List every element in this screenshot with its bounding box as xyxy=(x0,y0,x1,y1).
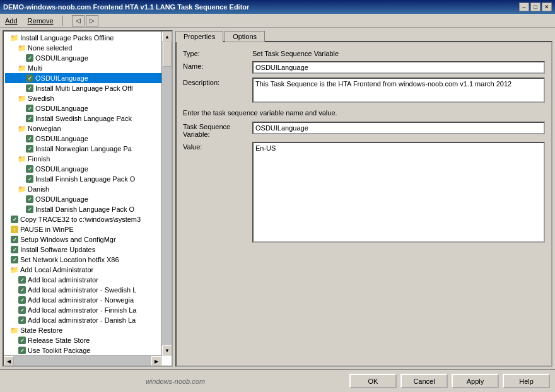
title-bar: DEMO-windows-noob.com Frontend HTA v1.1 … xyxy=(0,0,555,14)
type-label: Type: xyxy=(183,49,252,57)
tree-item-label: OSDUILanguage xyxy=(35,105,88,112)
hscroll-right-btn[interactable]: ▶ xyxy=(151,356,161,366)
tree-item-multi-lang[interactable]: ✓Install Multi Language Pack Offl xyxy=(5,83,170,93)
tree-item-swedish-osdui[interactable]: ✓OSDUILanguage xyxy=(5,103,170,113)
tree-item-swedish[interactable]: 📁Swedish xyxy=(5,93,170,103)
tree-item-copy-trace[interactable]: ✓Copy TRACE32 to c:\windows\system3 xyxy=(5,214,170,224)
folder-icon: 📁 xyxy=(18,124,26,133)
tree-item-finnish[interactable]: 📁Finnish xyxy=(5,154,170,164)
tree-item-finnish-osdui[interactable]: ✓OSDUILanguage xyxy=(5,164,170,174)
tab-properties[interactable]: Properties xyxy=(175,31,223,42)
tree-item-label: Add local administrator - Swedish L xyxy=(28,286,136,294)
check-icon: ✓ xyxy=(18,276,26,284)
hscroll-track[interactable] xyxy=(14,356,151,366)
bottom-bar: windows-noob.com OK Cancel Apply Help xyxy=(0,369,555,392)
tree-item-danish[interactable]: 📁Danish xyxy=(5,184,170,194)
tree-item-norwegian-lang[interactable]: ✓Install Norwegian Language Pa xyxy=(5,144,170,154)
tree-item-none[interactable]: 📁None selected xyxy=(5,43,170,53)
minimize-button[interactable]: – xyxy=(519,3,529,11)
tree-item-add-local-5[interactable]: ✓Add local administrator - Danish La xyxy=(5,315,170,325)
tree-item-label: Add local administrator - Norwegia xyxy=(28,296,134,304)
tree-item-add-local-2[interactable]: ✓Add local administrator - Swedish L xyxy=(5,285,170,295)
scroll-down-btn[interactable]: ▼ xyxy=(162,345,172,355)
tree-item-label: Install Finnish Language Pack O xyxy=(35,175,135,183)
value-label: Value: xyxy=(183,142,252,151)
task-seq-var-label: Task Sequence Variable: xyxy=(183,122,252,138)
tree-item-label: OSDUILanguage xyxy=(35,135,88,142)
tab-options[interactable]: Options xyxy=(225,31,265,42)
tree-item-danish-osdui[interactable]: ✓OSDUILanguage xyxy=(5,194,170,204)
tab-bar: Properties Options xyxy=(175,30,552,42)
toolbar-icon-1[interactable]: ◁ xyxy=(72,15,85,26)
tree-item-label: Install Swedish Language Pack xyxy=(35,115,132,122)
tree-item-add-local-admin[interactable]: 📁Add Local Administrator xyxy=(5,265,170,275)
check-icon: ✓ xyxy=(11,216,18,223)
value-textarea[interactable]: En-US xyxy=(252,142,545,243)
check-icon: ✓ xyxy=(26,195,33,203)
name-row: Name: xyxy=(183,61,545,74)
tree-item-norwegian-osdui[interactable]: ✓OSDUILanguage xyxy=(5,134,170,144)
maximize-button[interactable]: □ xyxy=(530,3,540,11)
tree-item-label: Setup Windows and ConfigMgr xyxy=(20,236,116,243)
toolbar-icon-2[interactable]: ▷ xyxy=(86,15,98,26)
horizontal-scrollbar[interactable]: ◀ ▶ xyxy=(4,355,161,366)
tree-item-add-local-4[interactable]: ✓Add local administrator - Finnish La xyxy=(5,305,170,315)
description-textarea[interactable]: This Task Sequence is the HTA Frontend f… xyxy=(252,78,545,103)
scroll-thumb[interactable] xyxy=(163,42,172,67)
help-button[interactable]: Help xyxy=(503,374,550,388)
right-panel: Properties Options Type: Set Task Sequen… xyxy=(175,30,552,367)
type-row: Type: Set Task Sequence Variable xyxy=(183,49,545,57)
close-button[interactable]: ✕ xyxy=(542,3,552,11)
tree-item-finnish-lang[interactable]: ✓Install Finnish Language Pack O xyxy=(5,174,170,184)
cancel-button[interactable]: Cancel xyxy=(400,374,448,388)
ok-button[interactable]: OK xyxy=(349,374,397,388)
hscroll-left-btn[interactable]: ◀ xyxy=(4,356,14,366)
description-label: Description: xyxy=(183,78,252,86)
tree-item-multi[interactable]: 📁Multi xyxy=(5,63,170,73)
check-icon: ✓ xyxy=(26,175,33,183)
menu-remove[interactable]: Remove xyxy=(25,16,56,25)
tree-item-danish-lang[interactable]: ✓Install Danish Language Pack O xyxy=(5,204,170,214)
tree-item-none-osdui[interactable]: ✓OSDUILanguage xyxy=(5,53,170,63)
tree-item-label: Finnish xyxy=(28,155,50,163)
tree-item-release-state[interactable]: ✓Release State Store xyxy=(5,335,170,345)
task-seq-var-input[interactable] xyxy=(252,122,545,134)
vertical-scrollbar[interactable]: ▲ ▼ xyxy=(161,32,172,355)
tree-item-label: Install Danish Language Pack O xyxy=(35,205,134,213)
tree-item-label: Danish xyxy=(28,185,49,193)
description-row: Description: This Task Sequence is the H… xyxy=(183,78,545,103)
check-icon: ✓ xyxy=(11,256,18,263)
menu-add[interactable]: Add xyxy=(3,16,20,25)
tree-item-label: Norwegian xyxy=(28,125,61,132)
check-icon: ✓ xyxy=(11,246,18,253)
scroll-track[interactable] xyxy=(162,42,172,345)
tree-item-norwegian[interactable]: 📁Norwegian xyxy=(5,124,170,134)
tree-scroll[interactable]: 📁Install Language Packs Offline📁None sel… xyxy=(4,32,172,366)
tree-item-use-toolkit[interactable]: ✓Use Toolkit Package xyxy=(5,345,170,355)
tree-item-setup-win[interactable]: ✓Setup Windows and ConfigMgr xyxy=(5,234,170,245)
tree-item-label: Install Multi Language Pack Offl xyxy=(35,84,133,92)
tree-item-add-local-1[interactable]: ✓Add local administrator xyxy=(5,275,170,285)
tree-item-pause-winpe[interactable]: !PAUSE in WinPE xyxy=(5,224,170,234)
tree-item-add-local-3[interactable]: ✓Add local administrator - Norwegia xyxy=(5,295,170,305)
name-input[interactable] xyxy=(252,61,545,74)
tree-item-multi-osdui[interactable]: ✓OSDUILanguage xyxy=(5,73,170,83)
watermark: windows-noob.com xyxy=(5,378,346,385)
variable-section-text: Enter the task sequence variable name an… xyxy=(183,109,545,117)
tree-item-install-sw[interactable]: ✓Install Software Updates xyxy=(5,245,170,255)
window-controls: – □ ✕ xyxy=(519,3,552,11)
tree-item-label: State Restore xyxy=(20,326,62,334)
check-icon: ✓ xyxy=(26,115,33,122)
folder-icon: 📁 xyxy=(18,43,26,52)
tree-item-swedish-lang[interactable]: ✓Install Swedish Language Pack xyxy=(5,113,170,124)
tree-item-state-restore[interactable]: 📁State Restore xyxy=(5,325,170,335)
tree-item-root[interactable]: 📁Install Language Packs Offline xyxy=(5,33,170,43)
scroll-up-btn[interactable]: ▲ xyxy=(162,32,172,42)
tree-item-label: None selected xyxy=(28,44,72,52)
tree-item-set-net[interactable]: ✓Set Network Location hotfix X86 xyxy=(5,255,170,265)
apply-button[interactable]: Apply xyxy=(452,374,499,388)
tree-panel: 📁Install Language Packs Offline📁None sel… xyxy=(3,30,173,367)
tree-item-label: Add Local Administrator xyxy=(20,266,93,274)
check-icon: ✓ xyxy=(26,135,33,142)
tree-item-label: Set Network Location hotfix X86 xyxy=(20,256,119,263)
